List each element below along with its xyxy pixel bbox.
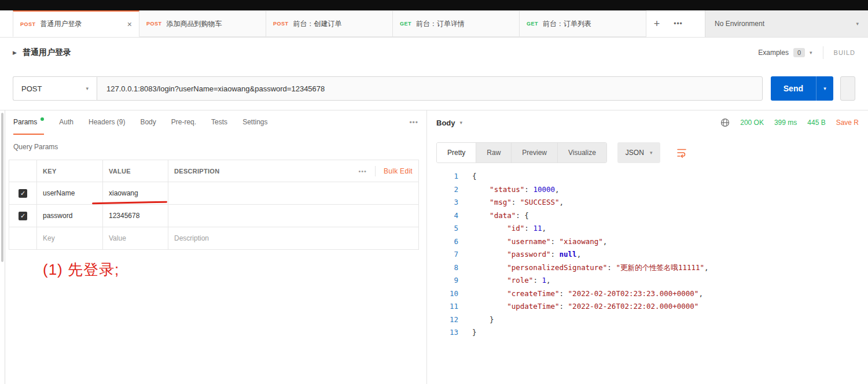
tab-tests[interactable]: Tests <box>211 110 227 135</box>
response-code: 1{2 "status": 10000,3 "msg": "SUCCESS",4… <box>427 163 868 384</box>
code-token: "createTime" <box>507 289 559 298</box>
param-description-cell[interactable] <box>168 205 418 227</box>
caret-right-icon[interactable]: ▶ <box>13 50 17 56</box>
code-text: "data": { <box>472 209 529 223</box>
tab-params[interactable]: Params <box>13 110 44 135</box>
code-token: 10000 <box>533 185 555 194</box>
param-value-cell[interactable]: 12345678 <box>102 205 168 227</box>
code-token: : <box>533 276 542 285</box>
code-token: "role" <box>507 276 533 285</box>
request-tab[interactable]: POST普通用户登录× <box>13 10 139 37</box>
response-view-tabs: PrettyRawPreviewVisualize <box>436 142 607 163</box>
column-header-label: KEY <box>43 168 57 175</box>
send-label[interactable]: Send <box>771 76 816 101</box>
request-tab[interactable]: GET前台：订单详情 <box>393 10 520 37</box>
code-line: 9 "role": 1, <box>427 274 868 287</box>
chevron-down-icon[interactable]: ▾ <box>810 50 812 56</box>
param-description-cell[interactable]: Description <box>168 227 418 249</box>
tab-label: Auth <box>59 118 73 126</box>
chevron-down-icon: ▾ <box>86 86 89 91</box>
param-key-cell[interactable]: password <box>36 205 102 227</box>
checkbox-checked[interactable]: ✓ <box>19 212 27 220</box>
tab-method-label: GET <box>527 21 538 27</box>
code-token: , <box>546 276 551 285</box>
window-titlebar <box>0 0 868 10</box>
examples-dropdown[interactable]: Examples <box>758 49 789 57</box>
response-body-tab[interactable]: Body <box>436 119 455 127</box>
query-params-heading: Query Params <box>5 135 426 152</box>
code-token <box>472 237 507 246</box>
tab-method-label: POST <box>20 21 36 27</box>
view-tab-pretty[interactable]: Pretty <box>437 143 476 163</box>
param-key-cell[interactable]: Key <box>36 227 102 249</box>
tab-label: Settings <box>242 118 267 126</box>
request-tab[interactable]: POST前台：创建订单 <box>266 10 393 37</box>
globe-icon[interactable] <box>720 118 730 127</box>
code-token: "username" <box>507 237 550 246</box>
save-response-button[interactable]: Save R <box>836 119 859 127</box>
tab-pre-req[interactable]: Pre-req. <box>171 110 196 135</box>
bulk-edit-link[interactable]: Bulk Edit <box>384 167 413 175</box>
code-token: : <box>550 237 559 246</box>
code-token: "2022-02-20T02:23:23.000+0000" <box>568 289 699 298</box>
code-token <box>472 185 490 194</box>
view-tab-visualize[interactable]: Visualize <box>558 143 606 163</box>
more-options-icon[interactable]: ••• <box>358 168 367 175</box>
code-token: : <box>607 263 616 272</box>
code-token <box>472 250 507 259</box>
select-all-cell[interactable] <box>9 160 36 182</box>
code-token <box>472 198 490 206</box>
request-title: 普通用户登录 <box>23 47 71 58</box>
column-header-value: VALUE <box>102 160 168 182</box>
code-token <box>472 211 490 220</box>
code-token <box>472 263 507 272</box>
method-select[interactable]: POST ▾ <box>13 76 97 101</box>
request-tab[interactable]: POST添加商品到购物车 <box>139 10 266 37</box>
save-request-button-partial[interactable] <box>840 76 855 101</box>
wrap-text-button[interactable] <box>673 144 690 161</box>
code-token: : <box>560 289 568 298</box>
code-token: : <box>524 224 533 232</box>
tab-headers-9[interactable]: Headers (9) <box>89 110 125 135</box>
code-text: "role": 1, <box>472 274 551 287</box>
line-number: 2 <box>427 183 458 197</box>
send-button[interactable]: Send ▾ <box>771 76 833 101</box>
param-key-cell[interactable]: userName <box>36 182 102 204</box>
format-select[interactable]: JSON ▾ <box>617 142 661 163</box>
code-token: , <box>698 289 703 298</box>
line-number: 7 <box>427 248 458 261</box>
new-tab-button[interactable]: + <box>646 10 667 37</box>
divider <box>375 166 376 176</box>
request-tab[interactable]: GET前台：订单列表 <box>520 10 646 37</box>
tab-label: Headers (9) <box>89 118 125 126</box>
url-input[interactable] <box>97 76 763 101</box>
send-options-button[interactable]: ▾ <box>816 76 833 101</box>
param-value-cell[interactable]: Value <box>102 227 168 249</box>
response-toolbar: PrettyRawPreviewVisualize JSON ▾ <box>436 142 859 163</box>
code-line: 6 "username": "xiaowang", <box>427 235 868 249</box>
code-token: , <box>555 185 560 194</box>
code-token <box>472 302 507 311</box>
code-text: "password": null, <box>472 248 581 261</box>
code-token: "SUCCESS" <box>520 198 560 206</box>
tab-settings[interactable]: Settings <box>242 110 267 135</box>
tab-bar: POST普通用户登录×POST添加商品到购物车POST前台：创建订单GET前台：… <box>0 10 868 38</box>
code-text: "status": 10000, <box>472 183 560 197</box>
checkbox-cell: ✓ <box>9 205 36 227</box>
close-icon[interactable]: × <box>127 20 132 29</box>
param-description-cell[interactable] <box>168 182 418 204</box>
code-token: { <box>472 172 477 180</box>
code-line: 7 "password": null, <box>427 248 868 261</box>
code-text: "msg": "SUCCESS", <box>472 196 564 209</box>
examples-count-badge: 0 <box>793 48 805 57</box>
view-tab-raw[interactable]: Raw <box>476 143 512 163</box>
tab-body[interactable]: Body <box>140 110 156 135</box>
environment-selector[interactable]: No Environment ▾ <box>705 10 868 37</box>
line-number: 13 <box>427 326 458 339</box>
tab-options-button[interactable]: ••• <box>667 10 689 37</box>
tab-auth[interactable]: Auth <box>59 110 73 135</box>
more-options-icon[interactable]: ••• <box>409 119 418 127</box>
view-tab-preview[interactable]: Preview <box>512 143 558 163</box>
checkbox-checked[interactable]: ✓ <box>19 189 27 198</box>
scrollbar-thumb[interactable] <box>1 113 3 262</box>
